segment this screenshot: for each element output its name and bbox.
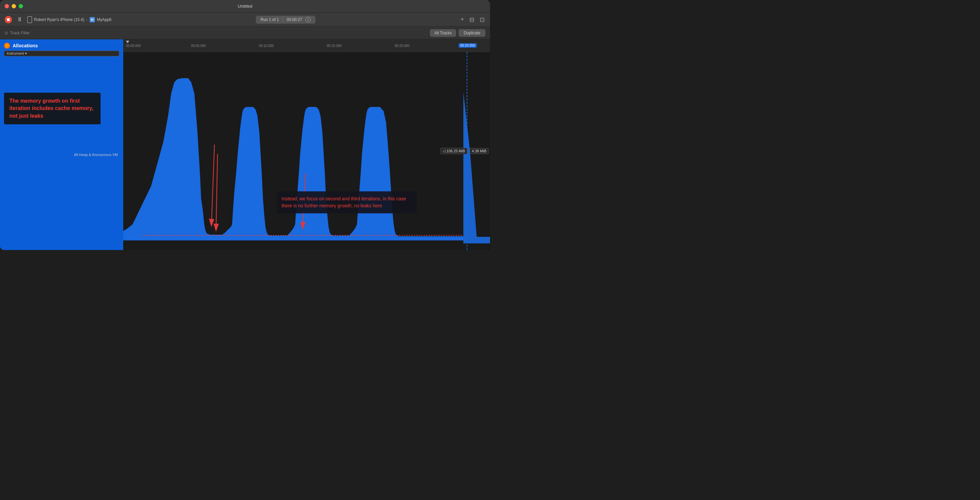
timeline-area: 00:00.000 00:05.000 00:10.000 00:15.000 … — [123, 39, 490, 250]
allocations-title: Allocations — [13, 43, 38, 48]
track-filter: ⊙ Track Filter — [5, 31, 427, 35]
value-label-4: 4.38 MiB — [470, 148, 488, 154]
instrument-badge[interactable]: Instrument ▾ — [4, 51, 119, 56]
allocations-dot — [4, 43, 10, 49]
add-button[interactable]: + — [460, 15, 465, 24]
stop-button[interactable] — [5, 16, 12, 23]
close-button[interactable] — [5, 4, 9, 8]
annotation-box-1: The memory growth on first iteration inc… — [4, 93, 100, 124]
allocations-header: Allocations — [4, 43, 119, 49]
stop-icon — [7, 18, 10, 21]
tick-0: 00:00.000 — [126, 44, 141, 48]
tick-4: 00:20.000 — [395, 44, 410, 48]
svg-rect-3 — [210, 236, 237, 250]
timeline-ruler: 00:00.000 00:05.000 00:10.000 00:15.000 … — [123, 39, 490, 52]
minimize-button[interactable] — [12, 4, 16, 8]
toolbar-right: + ⊟ ⊡ — [460, 15, 485, 24]
tick-3: 00:15.000 — [327, 44, 342, 48]
app-name: MyApp6 — [97, 18, 111, 22]
svg-rect-2 — [195, 204, 210, 243]
layout1-button[interactable]: ⊟ — [469, 15, 475, 24]
maximize-button[interactable] — [19, 4, 23, 8]
toolbar: ⏸ Robert Ryan's iPhone (15.4) › M MyApp6… — [0, 13, 490, 27]
traffic-lights — [5, 4, 23, 8]
device-icon — [27, 16, 32, 23]
value-label-106: ◁ 106.25 MiB — [441, 148, 467, 154]
device-info: Robert Ryan's iPhone (15.4) › M MyApp6 — [27, 16, 111, 23]
sidebar: Allocations Instrument ▾ The memory grow… — [0, 39, 123, 250]
tick-current: 00:24.550 — [459, 43, 477, 48]
run-info: Run 1 of 1 | 00:00:27 i — [256, 16, 315, 24]
tick-2: 00:10.000 — [259, 44, 274, 48]
app-icon: M — [90, 17, 95, 22]
all-tracks-button[interactable]: All Tracks — [430, 29, 456, 37]
ruler-ticks: 00:00.000 00:05.000 00:10.000 00:15.000 … — [123, 39, 490, 50]
toolbar-left: ⏸ Robert Ryan's iPhone (15.4) › M MyApp6 — [5, 15, 111, 24]
info-button[interactable]: i — [305, 17, 311, 22]
window-title: Untitled — [237, 4, 252, 9]
run-divider: | — [282, 18, 283, 22]
toolbar-center: Run 1 of 1 | 00:00:27 i — [117, 16, 455, 24]
layout2-button[interactable]: ⊡ — [479, 15, 485, 24]
filter-icon: ⊙ — [5, 31, 8, 35]
pause-button[interactable]: ⏸ — [15, 15, 24, 24]
filter-placeholder: Track Filter — [10, 31, 30, 35]
annotation-text-1: The memory growth on first iteration inc… — [10, 98, 93, 119]
main-content: Allocations Instrument ▾ The memory grow… — [0, 39, 490, 250]
duplicate-button[interactable]: Duplicate — [459, 29, 485, 37]
annotation-text-2: Instead, we focus on second and third it… — [282, 196, 406, 208]
chart-area: ◁ 106.25 MiB 4.38 MiB Instead, we focus … — [123, 52, 490, 250]
memory-chart — [123, 52, 490, 250]
heap-label: All Heap & Anonymous VM — [74, 153, 118, 157]
device-name: Robert Ryan's iPhone (15.4) — [34, 18, 84, 22]
tick-1: 00:05.000 — [191, 44, 206, 48]
run-time: 00:00:27 — [287, 18, 302, 22]
filter-bar: ⊙ Track Filter All Tracks Duplicate — [0, 27, 490, 39]
chevron-icon: › — [86, 18, 88, 22]
title-bar: Untitled — [0, 0, 490, 13]
run-label: Run 1 of 1 — [261, 18, 279, 22]
playhead-icon — [126, 41, 129, 43]
main-window: Untitled ⏸ Robert Ryan's iPhone (15.4) ›… — [0, 0, 490, 250]
chart-annotation-2: Instead, we focus on second and third it… — [277, 191, 417, 213]
